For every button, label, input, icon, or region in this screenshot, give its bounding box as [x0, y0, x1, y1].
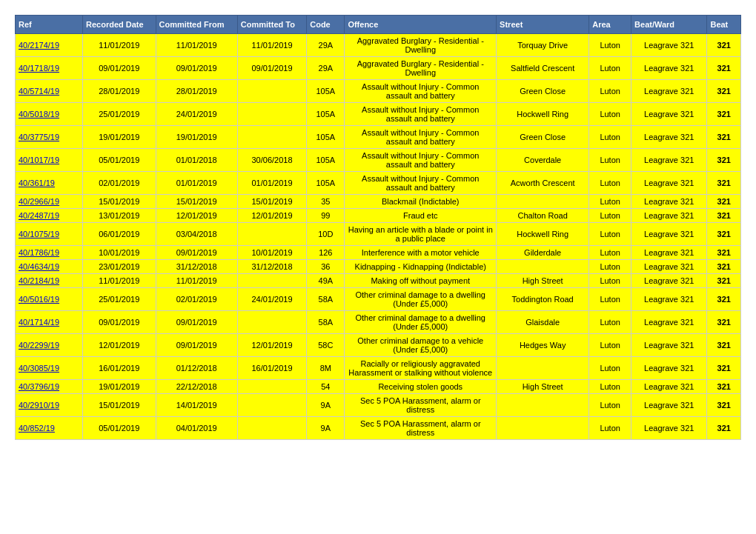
table-cell: 321 — [707, 223, 741, 246]
table-cell: 40/2966/19 — [16, 195, 83, 209]
table-cell: 40/3085/19 — [16, 357, 83, 380]
table-cell: Luton — [589, 103, 631, 126]
table-row: 40/3796/1919/01/201922/12/201854Receivin… — [16, 380, 741, 394]
ref-link[interactable]: 40/2910/19 — [19, 401, 59, 410]
ref-link[interactable]: 40/1786/19 — [19, 248, 59, 257]
table-cell: Luton — [589, 57, 631, 80]
table-cell: Glaisdale — [497, 311, 589, 334]
ref-link[interactable]: 40/3085/19 — [19, 364, 59, 373]
table-row: 40/2910/1915/01/201914/01/20199ASec 5 PO… — [16, 394, 741, 417]
table-cell: 40/852/19 — [16, 417, 83, 440]
table-cell: Leagrave 321 — [631, 357, 707, 380]
table-cell: Sec 5 POA Harassment, alarm or distress — [345, 417, 497, 440]
ref-link[interactable]: 40/5016/19 — [19, 295, 59, 304]
table-cell: 11/01/2019 — [237, 34, 306, 57]
table-cell: Acworth Crescent — [497, 172, 589, 195]
table-cell: 23/01/2019 — [82, 260, 156, 274]
ref-link[interactable]: 40/2299/19 — [19, 341, 59, 350]
table-cell: Assault without Injury - Common assault … — [345, 103, 497, 126]
table-cell: 126 — [307, 246, 345, 260]
ref-link[interactable]: 40/2174/19 — [19, 41, 59, 50]
table-cell: 01/01/2018 — [156, 149, 237, 172]
ref-link[interactable]: 40/2184/19 — [19, 276, 59, 285]
table-cell: 04/01/2019 — [156, 417, 237, 440]
ref-link[interactable]: 40/5018/19 — [19, 110, 59, 119]
table-cell — [237, 103, 306, 126]
table-cell: Luton — [589, 274, 631, 288]
header-offence: Offence — [345, 16, 497, 34]
table-cell: Leagrave 321 — [631, 149, 707, 172]
ref-link[interactable]: 40/1714/19 — [19, 318, 59, 327]
table-cell: High Street — [497, 274, 589, 288]
table-cell: 58C — [307, 334, 345, 357]
table-cell: Luton — [589, 394, 631, 417]
table-cell: Racially or religiously aggravated Haras… — [345, 357, 497, 380]
table-cell: Leagrave 321 — [631, 394, 707, 417]
ref-link[interactable]: 40/1718/19 — [19, 64, 59, 73]
ref-link[interactable]: 40/3775/19 — [19, 133, 59, 141]
table-cell: 321 — [707, 172, 741, 195]
table-cell: 11/01/2019 — [82, 34, 156, 57]
table-cell: 40/1017/19 — [16, 149, 83, 172]
table-cell: 40/4634/19 — [16, 260, 83, 274]
ref-link[interactable]: 40/3796/19 — [19, 382, 59, 391]
ref-link[interactable]: 40/1017/19 — [19, 156, 59, 164]
table-row: 40/2966/1915/01/201915/01/201915/01/2019… — [16, 195, 741, 209]
table-cell: 321 — [707, 334, 741, 357]
table-cell: Luton — [589, 334, 631, 357]
ref-link[interactable]: 40/5714/19 — [19, 87, 59, 96]
table-cell: Aggravated Burglary - Residential - Dwel… — [345, 34, 497, 57]
table-cell: Luton — [589, 149, 631, 172]
table-cell: 31/12/2018 — [237, 260, 306, 274]
table-cell: 40/2299/19 — [16, 334, 83, 357]
ref-link[interactable]: 40/4634/19 — [19, 262, 59, 271]
table-cell: Leagrave 321 — [631, 80, 707, 103]
table-cell: Luton — [589, 126, 631, 149]
table-cell: 99 — [307, 209, 345, 223]
table-cell — [497, 195, 589, 209]
ref-link[interactable]: 40/361/19 — [19, 178, 55, 187]
table-cell: 40/2184/19 — [16, 274, 83, 288]
table-cell: Luton — [589, 172, 631, 195]
table-cell — [237, 417, 306, 440]
table-row: 40/5018/1925/01/201924/01/2019105AAssaul… — [16, 103, 741, 126]
table-cell: Assault without Injury - Common assault … — [345, 126, 497, 149]
table-cell: 22/12/2018 — [156, 380, 237, 394]
table-cell: 09/01/2019 — [156, 246, 237, 260]
table-cell: 321 — [707, 417, 741, 440]
table-cell: 40/5018/19 — [16, 103, 83, 126]
table-cell: Leagrave 321 — [631, 209, 707, 223]
table-row: 40/4634/1923/01/201931/12/201831/12/2018… — [16, 260, 741, 274]
table-cell: Kidnapping - Kidnapping (Indictable) — [345, 260, 497, 274]
ref-link[interactable]: 40/2487/19 — [19, 211, 59, 220]
table-row: 40/1714/1909/01/201909/01/201958AOther c… — [16, 311, 741, 334]
table-cell: 15/01/2019 — [82, 394, 156, 417]
ref-link[interactable]: 40/2966/19 — [19, 197, 59, 206]
table-cell: 321 — [707, 195, 741, 209]
table-row: 40/1718/1909/01/201909/01/201909/01/2019… — [16, 57, 741, 80]
table-cell: 321 — [707, 274, 741, 288]
ref-link[interactable]: 40/852/19 — [19, 424, 55, 433]
table-cell: Hedges Way — [497, 334, 589, 357]
table-cell: 321 — [707, 357, 741, 380]
table-cell: 40/361/19 — [16, 172, 83, 195]
header-code: Code — [307, 16, 345, 34]
table-cell: Luton — [589, 209, 631, 223]
table-cell: 321 — [707, 260, 741, 274]
table-cell: 58A — [307, 311, 345, 334]
table-cell: 40/2487/19 — [16, 209, 83, 223]
table-cell: Assault without Injury - Common assault … — [345, 80, 497, 103]
table-cell: 16/01/2019 — [237, 357, 306, 380]
table-cell: Green Close — [497, 126, 589, 149]
ref-link[interactable]: 40/1075/19 — [19, 230, 59, 238]
table-cell: 12/01/2019 — [82, 334, 156, 357]
table-cell: 02/01/2019 — [156, 288, 237, 311]
table-cell: Receiving stolen goods — [345, 380, 497, 394]
table-cell: Leagrave 321 — [631, 334, 707, 357]
table-cell: 321 — [707, 34, 741, 57]
table-cell: 321 — [707, 380, 741, 394]
table-cell: Luton — [589, 260, 631, 274]
table-cell: Leagrave 321 — [631, 126, 707, 149]
table-cell: 11/01/2019 — [156, 274, 237, 288]
table-cell: Luton — [589, 311, 631, 334]
